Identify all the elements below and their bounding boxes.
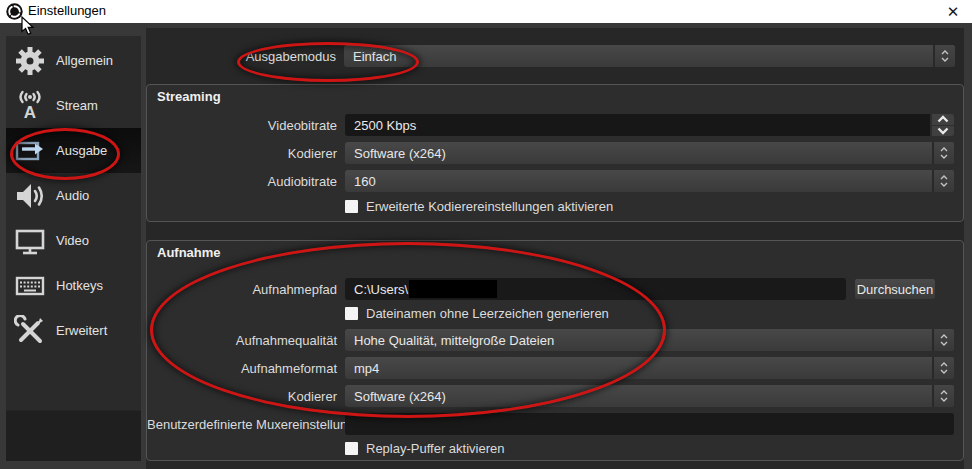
recording-encoder-label: Kodierer [147, 389, 345, 404]
sidebar-item-erweitert[interactable]: Erweitert [6, 308, 141, 353]
combo-arrows-icon[interactable] [932, 142, 954, 164]
sidebar-item-label: Ausgabe [56, 143, 107, 158]
gear-icon [14, 45, 46, 77]
recording-encoder-row: Kodierer Software (x264) [147, 385, 954, 407]
replay-buffer-checkbox[interactable] [345, 442, 358, 455]
sidebar-item-ausgabe[interactable]: Ausgabe [6, 128, 141, 173]
output-mode-select[interactable]: Einfach [344, 45, 955, 67]
recording-path-value: C:\Users\ [354, 282, 408, 297]
sidebar-item-label: Audio [56, 188, 89, 203]
sidebar-item-video[interactable]: Video [6, 218, 141, 263]
audio-bitrate-label: Audiobitrate [147, 174, 345, 189]
browse-button[interactable]: Durchsuchen [854, 278, 936, 300]
no-spaces-checkbox-label: Dateinamen ohne Leerzeichen generieren [366, 306, 609, 321]
svg-text:A: A [24, 103, 36, 122]
combo-arrows-icon[interactable] [932, 357, 954, 379]
sidebar-item-allgemein[interactable]: Allgemein [6, 38, 141, 83]
combo-arrows-icon[interactable] [932, 170, 954, 192]
recording-quality-select[interactable]: Hohe Qualität, mittelgroße Dateien [345, 329, 954, 351]
recording-path-row: Aufnahmepfad C:\Users\ Durchsuchen [147, 278, 954, 300]
recording-encoder-value: Software (x264) [345, 385, 932, 407]
monitor-icon [14, 225, 46, 257]
output-mode-label: Ausgabemodus [146, 49, 344, 64]
recording-quality-value: Hohe Qualität, mittelgroße Dateien [345, 329, 932, 351]
muxer-settings-input[interactable] [345, 413, 954, 435]
obs-logo-icon [6, 3, 23, 20]
recording-path-input[interactable]: C:\Users\ [345, 278, 846, 300]
recording-format-label: Aufnahmeformat [147, 361, 345, 376]
title-bar: Einstellungen ✕ [0, 0, 972, 23]
audio-bitrate-value: 160 [345, 170, 932, 192]
sidebar-item-hotkeys[interactable]: Hotkeys [6, 263, 141, 308]
stream-encoder-label: Kodierer [147, 146, 345, 161]
broadcast-icon: A [14, 90, 46, 122]
recording-quality-row: Aufnahmequalität Hohe Qualität, mittelgr… [147, 329, 954, 351]
video-bitrate-value: 2500 Kbps [345, 114, 930, 136]
video-bitrate-spinner[interactable]: 2500 Kbps [345, 114, 954, 136]
settings-nav-list: Allgemein A Stream Ausgabe [6, 36, 141, 461]
output-mode-row: Ausgabemodus Einfach [146, 45, 955, 67]
combo-arrows-icon[interactable] [932, 329, 954, 351]
output-arrows-icon [14, 135, 46, 167]
advanced-encoder-checkbox[interactable] [345, 200, 358, 213]
recording-format-select[interactable]: mp4 [345, 357, 954, 379]
stream-encoder-row: Kodierer Software (x264) [147, 142, 954, 164]
recording-format-value: mp4 [345, 357, 932, 379]
redacted-username [409, 280, 497, 298]
recording-quality-label: Aufnahmequalität [147, 333, 345, 348]
spin-down-icon[interactable] [932, 126, 954, 137]
stream-encoder-value: Software (x264) [345, 142, 932, 164]
replay-buffer-checkbox-label: Replay-Puffer aktivieren [366, 441, 505, 456]
sidebar-item-label: Video [56, 233, 89, 248]
close-icon[interactable]: ✕ [942, 1, 964, 22]
sidebar-item-audio[interactable]: Audio [6, 173, 141, 218]
output-settings-pane: Ausgabemodus Einfach Streaming Videobitr… [146, 28, 964, 469]
sidebar-item-label: Erweitert [56, 323, 107, 338]
muxer-settings-row: Benutzerdefinierte Muxereinstellungen [147, 413, 954, 435]
window-body: Allgemein A Stream Ausgabe [0, 23, 972, 469]
stream-encoder-select[interactable]: Software (x264) [345, 142, 954, 164]
spin-up-icon[interactable] [932, 114, 954, 125]
recording-group: Aufnahme Aufnahmepfad C:\Users\ Durchsuc… [146, 240, 964, 461]
no-spaces-checkbox-row: Dateinamen ohne Leerzeichen generieren [345, 305, 609, 321]
streaming-group-title: Streaming [157, 89, 221, 104]
tools-icon [14, 315, 46, 347]
streaming-group: Streaming Videobitrate 2500 Kbps [146, 84, 964, 222]
sidebar-item-label: Stream [56, 98, 98, 113]
recording-format-row: Aufnahmeformat mp4 [147, 357, 954, 379]
keyboard-icon [14, 270, 46, 302]
audio-bitrate-row: Audiobitrate 160 [147, 170, 954, 192]
audio-bitrate-select[interactable]: 160 [345, 170, 954, 192]
advanced-encoder-checkbox-label: Erweiterte Kodierereinstellungen aktivie… [366, 199, 613, 214]
replay-buffer-checkbox-row: Replay-Puffer aktivieren [345, 440, 505, 456]
video-bitrate-row: Videobitrate 2500 Kbps [147, 114, 954, 136]
combo-arrows-icon[interactable] [932, 385, 954, 407]
video-bitrate-label: Videobitrate [147, 118, 345, 133]
sidebar-item-label: Hotkeys [56, 278, 103, 293]
sidebar-item-label: Allgemein [56, 53, 113, 68]
window-title: Einstellungen [28, 3, 106, 18]
recording-group-title: Aufnahme [157, 245, 221, 260]
advanced-encoder-checkbox-row: Erweiterte Kodierereinstellungen aktivie… [345, 198, 613, 214]
recording-encoder-select[interactable]: Software (x264) [345, 385, 954, 407]
muxer-settings-label: Benutzerdefinierte Muxereinstellungen [147, 417, 345, 432]
no-spaces-checkbox[interactable] [345, 307, 358, 320]
speaker-icon [14, 180, 46, 212]
combo-arrows-icon[interactable] [933, 45, 955, 67]
recording-path-label: Aufnahmepfad [147, 282, 345, 297]
output-mode-value: Einfach [344, 45, 933, 67]
sidebar-item-stream[interactable]: A Stream [6, 83, 141, 128]
